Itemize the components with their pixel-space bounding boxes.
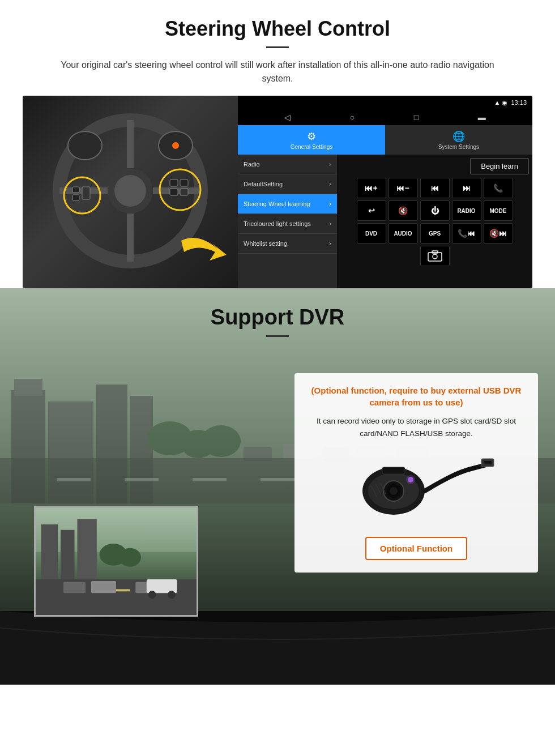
tel-prev-button[interactable]: 📞⏮ — [452, 223, 481, 244]
svg-rect-13 — [72, 195, 79, 200]
svg-rect-21 — [432, 251, 438, 253]
menu-item-default[interactable]: DefaultSetting › — [238, 174, 337, 194]
tab-system-settings[interactable]: 🌐 System Settings — [385, 125, 532, 155]
mode-button[interactable]: MODE — [484, 200, 513, 221]
prev-track-button[interactable]: ⏮ — [420, 178, 450, 198]
svg-point-50 — [406, 475, 415, 484]
nav-home-icon[interactable]: ○ — [350, 113, 355, 122]
tab-system-label: System Settings — [438, 144, 479, 150]
title-divider — [266, 46, 289, 48]
control-row-1: ⏮+ ⏮− ⏮ ⏭ 📞 — [340, 178, 529, 198]
optional-function-button[interactable]: Optional Function — [365, 537, 467, 560]
dashboard-svg — [0, 611, 555, 685]
chevron-icon: › — [329, 240, 331, 247]
nav-back-icon[interactable]: ◁ — [284, 113, 291, 122]
chevron-icon: › — [329, 180, 331, 188]
steering-photo — [23, 96, 238, 288]
svg-rect-63 — [63, 582, 86, 593]
svg-rect-46 — [382, 467, 405, 474]
camera-button[interactable] — [420, 246, 450, 266]
android-statusbar: ▲ ◉ 13:13 — [238, 96, 532, 109]
menu-default-label: DefaultSetting — [244, 181, 283, 187]
nav-recents-icon[interactable]: □ — [414, 113, 419, 122]
audio-button[interactable]: AUDIO — [388, 223, 418, 244]
menu-steering-label: Steering Wheel learning — [244, 200, 310, 207]
phone-button[interactable]: 📞 — [484, 178, 513, 198]
dvr-thumbnail-inner — [36, 508, 197, 615]
menu-item-tricoloured[interactable]: Tricoloured light settings › — [238, 214, 337, 234]
dvr-info-box: (Optional function, require to buy exter… — [294, 373, 538, 573]
menu-item-whitelist[interactable]: Whitelist setting › — [238, 234, 337, 254]
dvr-camera-image — [337, 449, 496, 528]
system-icon: 🌐 — [452, 130, 465, 143]
mute-next-button[interactable]: 🔇⏭ — [484, 223, 513, 244]
menu-item-radio[interactable]: Radio › — [238, 155, 337, 174]
dvd-button[interactable]: DVD — [357, 223, 386, 244]
svg-point-67 — [148, 591, 156, 599]
dvr-optional-text: (Optional function, require to buy exter… — [307, 385, 526, 408]
svg-rect-14 — [82, 187, 90, 199]
svg-point-45 — [390, 487, 398, 495]
svg-rect-48 — [484, 461, 492, 464]
chevron-icon: › — [329, 220, 331, 228]
begin-learn-button[interactable]: Begin learn — [470, 158, 529, 174]
dvr-title-area: Support DVR — [0, 288, 555, 337]
svg-rect-40 — [261, 478, 294, 481]
menu-tricoloured-label: Tricoloured light settings — [244, 220, 311, 227]
svg-rect-18 — [180, 189, 188, 195]
menu-radio-label: Radio — [244, 161, 260, 168]
svg-rect-57 — [61, 530, 74, 579]
svg-point-6 — [114, 175, 146, 207]
power-button[interactable]: ⏻ — [420, 200, 450, 221]
chevron-icon: › — [329, 160, 331, 168]
svg-point-9 — [172, 142, 179, 149]
gear-icon: ⚙ — [307, 130, 316, 143]
svg-rect-37 — [57, 478, 91, 481]
vol-minus-button[interactable]: ⏮− — [388, 178, 418, 198]
vol-plus-button[interactable]: ⏮+ — [357, 178, 386, 198]
svg-point-68 — [168, 591, 176, 599]
status-icons: ▲ ◉ — [494, 99, 508, 106]
menu-content: Radio › DefaultSetting › Steering Wheel … — [238, 155, 532, 288]
dvr-section: Support DVR — [0, 288, 555, 685]
control-row-2: ↩ 🔇 ⏻ RADIO MODE — [340, 200, 529, 221]
back-button[interactable]: ↩ — [357, 200, 386, 221]
arrow-indicator — [176, 229, 232, 271]
next-track-button[interactable]: ⏭ — [452, 178, 481, 198]
svg-point-60 — [119, 548, 141, 567]
svg-rect-38 — [125, 478, 159, 481]
dvr-thumbnail — [34, 506, 198, 617]
svg-rect-17 — [170, 189, 178, 195]
svg-rect-39 — [193, 478, 227, 481]
camera-icon — [427, 250, 443, 262]
steering-section: Steering Wheel Control Your original car… — [0, 0, 555, 288]
svg-rect-24 — [14, 379, 42, 396]
svg-rect-64 — [91, 581, 116, 593]
dashboard-area — [0, 611, 555, 685]
radio-button[interactable]: RADIO — [452, 200, 481, 221]
mute-button[interactable]: 🔇 — [388, 200, 418, 221]
gps-button[interactable]: GPS — [420, 223, 450, 244]
svg-rect-12 — [72, 187, 79, 193]
steering-bg — [23, 96, 238, 288]
control-row-3: DVD AUDIO GPS 📞⏮ 🔇⏭ — [340, 223, 529, 244]
nav-menu-icon[interactable]: ▬ — [478, 113, 486, 122]
svg-point-7 — [68, 131, 102, 160]
steering-title: Steering Wheel Control — [23, 17, 532, 41]
android-tabs: ⚙ General Settings 🌐 System Settings — [238, 125, 532, 155]
dvr-title-divider — [266, 335, 289, 337]
menu-item-steering[interactable]: Steering Wheel learning › — [238, 194, 337, 214]
yellow-arrow-svg — [176, 229, 232, 269]
android-panel: ▲ ◉ 13:13 ◁ ○ □ ▬ ⚙ General Settings 🌐 S… — [238, 96, 532, 288]
tab-general-label: General Settings — [291, 144, 333, 150]
thumbnail-scene — [36, 508, 197, 615]
begin-learn-row: Begin learn — [340, 158, 529, 174]
svg-point-30 — [201, 425, 241, 457]
tab-general-settings[interactable]: ⚙ General Settings — [238, 125, 385, 155]
svg-rect-56 — [41, 524, 58, 579]
menu-list: Radio › DefaultSetting › Steering Wheel … — [238, 155, 337, 288]
svg-rect-16 — [180, 180, 188, 186]
steering-description: Your original car's steering wheel contr… — [45, 58, 510, 86]
svg-rect-15 — [170, 180, 178, 186]
control-row-4 — [340, 246, 529, 266]
